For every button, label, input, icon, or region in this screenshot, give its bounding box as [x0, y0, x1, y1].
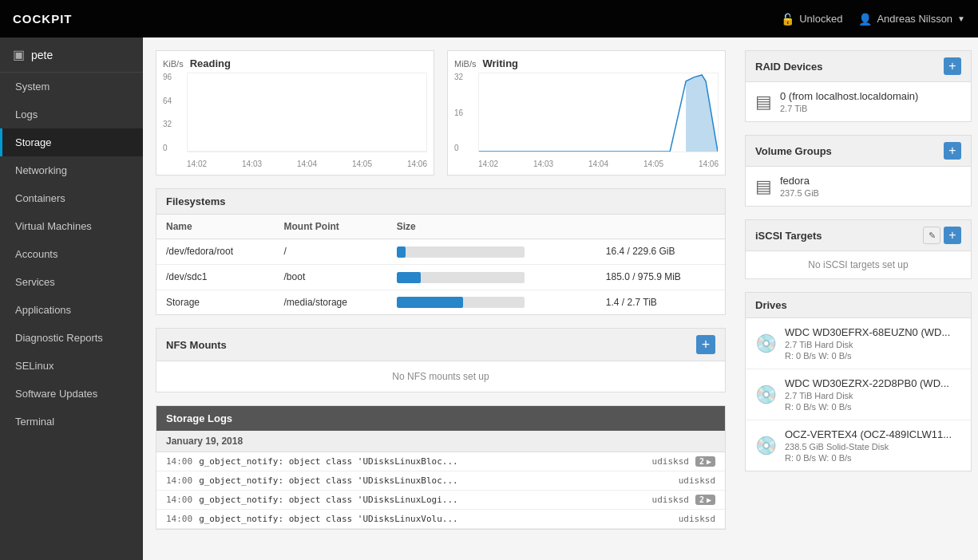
sidebar-item-diagnostic-reports[interactable]: Diagnostic Reports — [0, 324, 143, 352]
raid-title: RAID Devices — [755, 61, 823, 73]
sidebar-item-label: Networking — [15, 164, 67, 176]
nfs-header: NFS Mounts + — [156, 329, 725, 361]
iscsi-card: iSCSI Targets ✎ + No iSCSI targets set u… — [745, 219, 972, 279]
drive-info: WDC WD30EFRX-68EUZN0 (WD... 2.7 TiB Hard… — [785, 326, 961, 361]
raid-item[interactable]: ▤ 0 (from localhost.localdomain) 2.7 TiB — [746, 82, 971, 121]
iscsi-title: iSCSI Targets — [755, 230, 822, 242]
col-size: Size — [387, 215, 596, 239]
sidebar-item-terminal[interactable]: Terminal — [0, 408, 143, 436]
usage-bar-container — [397, 246, 525, 258]
sidebar-item-label: Diagnostic Reports — [15, 332, 103, 344]
drive-sub2: R: 0 B/s W: 0 B/s — [785, 453, 961, 463]
volume-groups-card: Volume Groups + ▤ fedora 237.5 GiB — [745, 135, 972, 207]
log-msg: g_object_notify: object class 'UDisksLin… — [199, 475, 672, 486]
iscsi-empty: No iSCSI targets set up — [746, 251, 971, 278]
drive-sub1: 2.7 TiB Hard Disk — [785, 340, 961, 349]
table-row[interactable]: /dev/fedora/root / 16.4 / 229.6 GiB — [156, 239, 725, 265]
filesystems-panel: Filesystems Name Mount Point Size /dev/f… — [156, 188, 726, 315]
nfs-panel: NFS Mounts + No NFS mounts set up — [156, 328, 726, 392]
sidebar-item-services[interactable]: Services — [0, 268, 143, 296]
sidebar-item-storage[interactable]: Storage — [0, 128, 143, 156]
log-row[interactable]: 14:00 g_object_notify: object class 'UDi… — [156, 510, 725, 529]
log-badge: 2 ▶ — [695, 495, 715, 505]
user-menu[interactable]: 👤 Andreas Nilsson ▼ — [858, 13, 965, 26]
nfs-add-button[interactable]: + — [696, 335, 715, 354]
fs-usage-bar-cell — [387, 264, 596, 290]
raid-disk-icon: ▤ — [755, 92, 772, 112]
drives-body: 💿 WDC WD30EFRX-68EUZN0 (WD... 2.7 TiB Ha… — [746, 318, 971, 471]
writing-chart-header: MiB/s Writing — [454, 57, 719, 69]
usage-bar-container — [397, 272, 525, 283]
sidebar: ▣ pete System Logs Storage Networking Co… — [0, 37, 143, 560]
charts-row: KiB/s Reading 0 32 64 96 — [156, 50, 726, 175]
sidebar-item-applications[interactable]: Applications — [0, 296, 143, 324]
drive-item[interactable]: 💿 WDC WD30EFRX-68EUZN0 (WD... 2.7 TiB Ha… — [746, 318, 971, 369]
iscsi-actions: ✎ + — [923, 227, 961, 244]
log-time: 14:00 — [166, 514, 192, 524]
drive-item[interactable]: 💿 WDC WD30EZRX-22D8PB0 (WD... 2.7 TiB Ha… — [746, 369, 971, 420]
sidebar-item-containers[interactable]: Containers — [0, 184, 143, 212]
log-source: udisksd — [652, 495, 689, 505]
sidebar-item-label: Virtual Machines — [15, 220, 92, 232]
host-icon: ▣ — [13, 47, 25, 62]
writing-title: Writing — [483, 57, 519, 69]
fs-size-text: 185.0 / 975.9 MiB — [596, 264, 725, 290]
filesystems-body: Name Mount Point Size /dev/fedora/root /… — [156, 215, 725, 314]
reading-canvas — [187, 73, 427, 152]
drive-sub1: 2.7 TiB Hard Disk — [785, 391, 961, 400]
raid-add-button[interactable]: + — [944, 57, 961, 75]
fs-mount: /boot — [275, 264, 387, 290]
log-msg: g_object_notify: object class 'UDisksLin… — [199, 495, 645, 505]
sidebar-item-networking[interactable]: Networking — [0, 156, 143, 184]
sidebar-item-software-updates[interactable]: Software Updates — [0, 380, 143, 408]
main-content: KiB/s Reading 0 32 64 96 — [143, 37, 738, 560]
writing-x-labels: 14:02 14:03 14:04 14:05 14:06 — [478, 160, 719, 168]
sidebar-item-label: Storage — [15, 136, 52, 148]
iscsi-add-button[interactable]: + — [944, 227, 961, 244]
fs-table-header-row: Name Mount Point Size — [156, 215, 725, 239]
drive-disk-icon: 💿 — [755, 436, 777, 456]
sidebar-item-system[interactable]: System — [0, 73, 143, 101]
fs-usage-bar-cell — [387, 290, 596, 314]
fs-size-text: 16.4 / 229.6 GiB — [596, 239, 725, 265]
raid-sub: 2.7 TiB — [780, 104, 961, 113]
writing-chart-area: 0 16 32 14:02 14:03 14:04 — [454, 73, 719, 168]
fs-mount: /media/storage — [275, 290, 387, 314]
drive-info: OCZ-VERTEX4 (OCZ-489ICLW11... 238.5 GiB … — [785, 428, 961, 463]
usage-bar — [397, 272, 421, 283]
sidebar-item-selinux[interactable]: SELinux — [0, 352, 143, 380]
nfs-title: NFS Mounts — [166, 339, 227, 351]
log-source: udisksd — [679, 514, 715, 524]
col-name: Name — [156, 215, 275, 239]
log-row[interactable]: 14:00 g_object_notify: object class 'UDi… — [156, 471, 725, 491]
logs-body: 14:00 g_object_notify: object class 'UDi… — [156, 452, 725, 529]
user-name: Andreas Nilsson — [877, 13, 952, 25]
nfs-empty-label: No NFS mounts set up — [156, 361, 725, 392]
sidebar-item-virtual-machines[interactable]: Virtual Machines — [0, 212, 143, 240]
sidebar-item-accounts[interactable]: Accounts — [0, 240, 143, 268]
col-mount: Mount Point — [275, 215, 387, 239]
usage-bar-container — [397, 297, 525, 308]
unlocked-status[interactable]: 🔓 Unlocked — [781, 13, 842, 26]
drive-sub2: R: 0 B/s W: 0 B/s — [785, 402, 961, 412]
filesystems-table: Name Mount Point Size /dev/fedora/root /… — [156, 215, 725, 314]
writing-canvas — [478, 73, 719, 152]
col-size-value — [596, 215, 725, 239]
table-row[interactable]: /dev/sdc1 /boot 185.0 / 975.9 MiB — [156, 264, 725, 290]
log-row[interactable]: 14:00 g_object_notify: object class 'UDi… — [156, 491, 725, 510]
sidebar-item-label: Terminal — [15, 416, 54, 428]
sidebar-item-logs[interactable]: Logs — [0, 101, 143, 128]
log-row[interactable]: 14:00 g_object_notify: object class 'UDi… — [156, 452, 725, 471]
fs-name: Storage — [156, 290, 275, 314]
vg-item[interactable]: ▤ fedora 237.5 GiB — [746, 167, 971, 206]
table-row[interactable]: Storage /media/storage 1.4 / 2.7 TiB — [156, 290, 725, 314]
drive-item[interactable]: 💿 OCZ-VERTEX4 (OCZ-489ICLW11... 238.5 Gi… — [746, 420, 971, 471]
usage-bar — [397, 297, 463, 308]
sidebar-item-label: Services — [15, 276, 55, 288]
iscsi-edit-button[interactable]: ✎ — [923, 227, 940, 244]
vg-add-button[interactable]: + — [944, 142, 961, 160]
sidebar-host[interactable]: ▣ pete — [0, 37, 143, 73]
drive-name: OCZ-VERTEX4 (OCZ-489ICLW11... — [785, 428, 961, 440]
raid-info: 0 (from localhost.localdomain) 2.7 TiB — [780, 90, 961, 113]
drive-sub2: R: 0 B/s W: 0 B/s — [785, 351, 961, 361]
